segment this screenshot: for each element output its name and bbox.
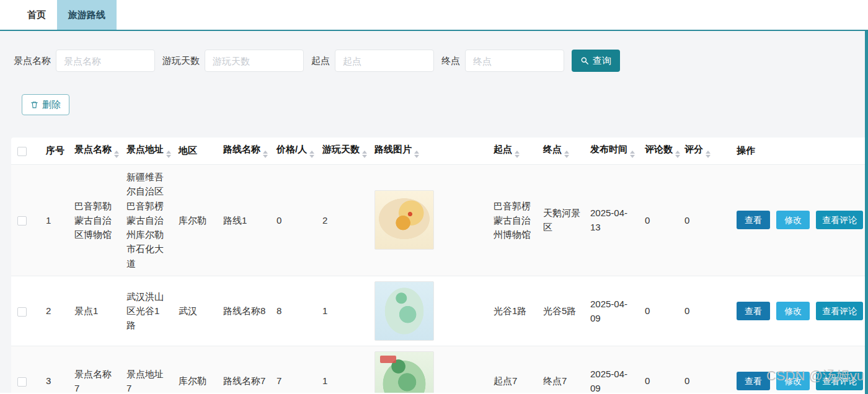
view-comments-button[interactable]: 查看评论: [816, 372, 863, 390]
table-row: 2 景点1 武汉洪山区光谷1路 武汉 路线名称8 8 1 光谷1路 光谷5路 2…: [11, 276, 868, 346]
cell-region: 武汉: [174, 276, 218, 346]
sort-icon: [263, 151, 268, 158]
view-button[interactable]: 查看: [737, 211, 770, 229]
cell-start: 光谷1路: [489, 276, 538, 346]
cell-no: 2: [41, 276, 69, 346]
cell-days: 2: [317, 165, 370, 276]
cell-route: 路线1: [218, 165, 272, 276]
cell-price: 0: [272, 165, 317, 276]
view-button[interactable]: 查看: [737, 372, 770, 390]
edit-button[interactable]: 修改: [776, 211, 810, 229]
row-checkbox[interactable]: [17, 307, 27, 317]
col-header-end[interactable]: 终点: [538, 138, 585, 165]
query-button-label: 查询: [593, 55, 611, 67]
cell-name: 巴音郭勒蒙古自治区博物馆: [69, 165, 122, 276]
tab-travel-routes-label: 旅游路线: [68, 9, 105, 21]
cell-end: 终点7: [538, 346, 585, 393]
cell-no: 1: [41, 165, 69, 276]
cell-end: 天鹅河景区: [538, 165, 585, 276]
col-header-no: 序号: [41, 138, 69, 165]
sort-icon: [166, 151, 171, 158]
cell-days: 1: [317, 346, 370, 393]
play-days-input[interactable]: [205, 50, 304, 72]
cell-price: 7: [272, 346, 317, 393]
sort-icon: [309, 151, 314, 158]
edit-button[interactable]: 修改: [776, 302, 810, 320]
view-button[interactable]: 查看: [737, 302, 770, 320]
edit-button[interactable]: 修改: [776, 372, 810, 390]
cell-start: 巴音郭楞蒙古自治州博物馆: [489, 165, 538, 276]
col-header-region: 地区: [174, 138, 218, 165]
tab-home[interactable]: 首页: [16, 0, 57, 30]
view-comments-button[interactable]: 查看评论: [816, 302, 863, 320]
cell-comments: 0: [640, 165, 680, 276]
cell-score: 0: [680, 276, 732, 346]
play-days-label: 游玩天数: [162, 55, 200, 67]
page: 首页 旅游路线 景点名称 游玩天数 起点 终点: [0, 0, 868, 394]
cell-address: 新疆维吾尔自治区巴音郭楞蒙古自治州库尔勒市石化大道: [122, 165, 174, 276]
cell-name: 景点1: [69, 276, 122, 346]
start-point-label: 起点: [311, 55, 330, 67]
right-edge-strip: [865, 31, 868, 394]
sort-icon: [564, 151, 569, 158]
field-scenic-name: 景点名称: [14, 50, 155, 72]
col-header-image[interactable]: 路线图片: [370, 138, 489, 165]
query-button[interactable]: 查询: [572, 50, 620, 72]
table-row: 1 巴音郭勒蒙古自治区博物馆 新疆维吾尔自治区巴音郭楞蒙古自治州库尔勒市石化大道…: [11, 165, 868, 276]
cell-date: 2025-04-09: [585, 276, 640, 346]
col-header-actions: 操作: [732, 138, 868, 165]
select-all-checkbox[interactable]: [17, 147, 27, 156]
col-header-route[interactable]: 路线名称: [218, 138, 272, 165]
trash-icon: [30, 100, 38, 109]
sort-icon: [706, 151, 711, 158]
col-header-start[interactable]: 起点: [489, 138, 538, 165]
table-header-row: 序号 景点名称 景点地址 地区 路线名称 价格/人 游玩天数 路线图片 起点 终…: [11, 138, 868, 165]
route-map-image[interactable]: [374, 190, 434, 250]
cell-route: 路线名称7: [218, 346, 272, 393]
tab-travel-routes[interactable]: 旅游路线: [57, 0, 117, 30]
row-checkbox[interactable]: [17, 377, 27, 387]
route-map-image[interactable]: [374, 351, 434, 393]
cell-route: 路线名称8: [218, 276, 272, 346]
start-point-input[interactable]: [335, 50, 434, 72]
col-header-name[interactable]: 景点名称: [69, 138, 122, 165]
cell-region: 库尔勒: [174, 346, 218, 393]
table-row: 3 景点名称7 景点地址7 库尔勒 路线名称7 7 1 起点7 终点7 2025…: [11, 346, 868, 393]
scenic-name-label: 景点名称: [14, 55, 51, 67]
cell-price: 8: [272, 276, 317, 346]
col-header-days[interactable]: 游玩天数: [317, 138, 370, 165]
search-icon: [580, 56, 589, 65]
top-tab-bar: 首页 旅游路线: [0, 0, 868, 31]
sort-icon: [630, 151, 635, 158]
cell-address: 武汉洪山区光谷1路: [122, 276, 174, 346]
cell-score: 0: [680, 165, 732, 276]
cell-start: 起点7: [489, 346, 538, 393]
scenic-name-input[interactable]: [56, 50, 155, 72]
sort-icon: [414, 151, 419, 158]
delete-button-label: 删除: [42, 99, 61, 111]
cell-comments: 0: [640, 276, 680, 346]
field-end-point: 终点: [441, 50, 564, 72]
view-comments-button[interactable]: 查看评论: [816, 211, 863, 229]
tab-home-label: 首页: [27, 9, 46, 21]
routes-table: 序号 景点名称 景点地址 地区 路线名称 价格/人 游玩天数 路线图片 起点 终…: [11, 138, 868, 393]
cell-name: 景点名称7: [69, 346, 122, 393]
search-form: 景点名称 游玩天数 起点 终点 查询: [14, 50, 868, 72]
col-header-address[interactable]: 景点地址: [122, 138, 174, 165]
col-header-date[interactable]: 发布时间: [585, 138, 640, 165]
row-checkbox[interactable]: [17, 216, 27, 225]
col-header-comments[interactable]: 评论数: [640, 138, 680, 165]
col-header-price[interactable]: 价格/人: [272, 138, 317, 165]
sort-icon: [114, 151, 119, 158]
sort-icon: [515, 151, 520, 158]
route-map-image[interactable]: [374, 281, 434, 341]
delete-button[interactable]: 删除: [22, 94, 69, 115]
field-play-days: 游玩天数: [162, 50, 304, 72]
sort-icon: [362, 151, 367, 158]
cell-address: 景点地址7: [122, 346, 174, 393]
end-point-input[interactable]: [465, 50, 564, 72]
end-point-label: 终点: [441, 55, 460, 67]
col-header-score[interactable]: 评分: [680, 138, 732, 165]
sort-icon: [675, 151, 680, 158]
cell-no: 3: [41, 346, 69, 393]
